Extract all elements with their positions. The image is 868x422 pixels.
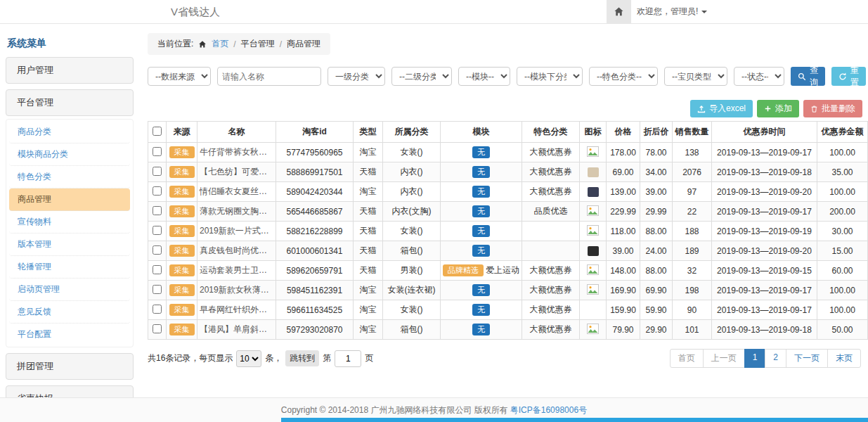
- pager-page-1[interactable]: 1: [744, 349, 766, 368]
- discount-price-cell: 88.00: [640, 222, 673, 241]
- price-cell: 118.00: [607, 222, 640, 241]
- breadcrumb-home-link[interactable]: 首页: [212, 38, 228, 50]
- product-name-cell: 牛仔背带裤女秋装减龄...: [197, 143, 276, 162]
- sidebar-item-feature-category[interactable]: 特色分类: [9, 166, 130, 188]
- action-toolbar: 导入excel添加批量删除: [148, 100, 862, 117]
- discount-price-cell: 88.00: [640, 261, 673, 281]
- import-excel-button-label: 导入excel: [709, 103, 746, 115]
- product-thumbnail: [588, 167, 599, 177]
- taoke-id-cell: 596611634525: [276, 300, 354, 320]
- row-checkbox[interactable]: [153, 305, 162, 314]
- row-checkbox[interactable]: [153, 226, 162, 235]
- add-button[interactable]: 添加: [757, 100, 799, 117]
- sidebar-item-goods-category[interactable]: 商品分类: [9, 121, 130, 143]
- category-cell: 箱包(): [383, 241, 441, 261]
- feature-category-cell: 大额优惠券: [522, 162, 580, 182]
- coupon-time-cell: 2019-09-13—2019-09-19: [712, 222, 817, 241]
- pager-first: 首页: [670, 349, 704, 368]
- sidebar-item-splash-management[interactable]: 启动页管理: [9, 279, 130, 301]
- category-cell: 男装(): [383, 261, 441, 281]
- taoke-id-cell: 601000601341: [276, 241, 354, 261]
- column-header-12: 优惠券时间: [712, 122, 817, 143]
- import-excel-button[interactable]: 导入excel: [690, 100, 753, 117]
- row-select-cell: [148, 162, 167, 182]
- sidebar-item-version-management[interactable]: 版本管理: [9, 234, 130, 256]
- module-cell: 品牌精选爱上运动: [441, 261, 522, 281]
- price-cell: 39.00: [607, 241, 640, 261]
- sidebar-item-platform-config[interactable]: 平台配置: [9, 324, 130, 345]
- user-menu[interactable]: 欢迎您，管理员!: [637, 0, 707, 23]
- icon-cell: [580, 300, 607, 320]
- sidebar-item-feedback[interactable]: 意见反馈: [9, 301, 130, 324]
- pager-next[interactable]: 下一页: [786, 349, 828, 368]
- price-cell: 159.90: [607, 300, 640, 320]
- column-header-11: 销售数量: [673, 122, 712, 143]
- sidebar-section-group-buy-management[interactable]: 拼团管理: [6, 353, 134, 380]
- module-select[interactable]: --模块--: [458, 67, 510, 86]
- icp-link[interactable]: 粤ICP备16098006号: [510, 404, 587, 416]
- row-checkbox[interactable]: [153, 147, 162, 156]
- row-checkbox[interactable]: [153, 324, 162, 333]
- discount-price-cell: 29.99: [640, 202, 673, 222]
- top-header-bar: V省钱达人 欢迎您，管理员!: [0, 0, 868, 24]
- jump-page-input[interactable]: [335, 350, 361, 367]
- module-none-badge: 无: [472, 205, 490, 217]
- module-sub-category-select[interactable]: --模块下分类--: [517, 67, 583, 86]
- sidebar-item-promo-material[interactable]: 宣传物料: [9, 211, 130, 234]
- sales-count-cell: 97: [673, 182, 712, 202]
- row-checkbox[interactable]: [153, 167, 162, 176]
- row-checkbox[interactable]: [153, 265, 162, 274]
- row-checkbox[interactable]: [153, 186, 162, 196]
- search-icon: [798, 72, 806, 81]
- price-cell: 178.00: [607, 143, 640, 162]
- feature-category-select[interactable]: --特色分类--: [589, 67, 658, 86]
- source-cell: 采集: [167, 222, 197, 241]
- sidebar-section-user-management[interactable]: 用户管理: [6, 57, 134, 84]
- column-header-3: 淘客id: [276, 122, 354, 143]
- source-badge: 采集: [169, 205, 195, 217]
- column-header-2: 名称: [197, 122, 276, 143]
- per-page-select[interactable]: 10: [236, 350, 261, 367]
- type-cell: 淘宝: [354, 143, 383, 162]
- search-button-label: 查询: [810, 65, 818, 89]
- price-cell: 148.00: [607, 261, 640, 281]
- sales-count-cell: 188: [673, 222, 712, 241]
- pager-last[interactable]: 末页: [827, 349, 861, 368]
- jump-button[interactable]: 跳转到: [285, 350, 319, 366]
- data-source-select[interactable]: --数据来源--: [148, 67, 211, 86]
- home-button[interactable]: [607, 0, 631, 23]
- status-select[interactable]: --状态--: [734, 67, 784, 86]
- coupon-amount-cell: 100.00: [817, 182, 868, 202]
- coupon-amount-cell: 100.00: [817, 143, 868, 162]
- row-checkbox[interactable]: [153, 245, 162, 255]
- icon-cell: [580, 162, 607, 182]
- row-checkbox[interactable]: [153, 206, 162, 215]
- breadcrumb-item: 平台管理: [241, 38, 275, 50]
- icon-cell: [580, 222, 607, 241]
- product-name-cell: 【七色纺】可爱纯棉家...: [197, 162, 276, 182]
- batch-delete-button[interactable]: 批量删除: [803, 100, 862, 117]
- source-badge: 采集: [169, 264, 195, 276]
- page-suffix-text: 页: [365, 352, 373, 364]
- column-header-1: 来源: [167, 122, 197, 143]
- name-input[interactable]: [217, 67, 321, 86]
- feature-category-cell: [522, 241, 580, 261]
- source-badge: 采集: [169, 304, 195, 316]
- search-button[interactable]: 查询: [791, 67, 825, 86]
- pager-page-2[interactable]: 2: [765, 349, 786, 368]
- item-type-select[interactable]: --宝贝类型--: [664, 67, 727, 86]
- module-none-badge: 无: [472, 225, 490, 237]
- feature-category-cell: 大额优惠券: [522, 182, 580, 202]
- sidebar-item-goods-management[interactable]: 商品管理: [9, 188, 130, 211]
- sidebar-section-platform-management[interactable]: 平台管理: [6, 89, 134, 116]
- row-select-cell: [148, 182, 167, 202]
- table-row: 采集情侣睡衣女夏丝绸男士...589042420344淘宝内衣()无大额优惠券1…: [148, 182, 868, 202]
- sidebar-item-carousel-management[interactable]: 轮播管理: [9, 256, 130, 279]
- level2-category-select[interactable]: --二级分类--: [391, 67, 452, 86]
- row-checkbox[interactable]: [153, 285, 162, 294]
- level1-category-select[interactable]: 一级分类: [328, 67, 385, 86]
- select-all-checkbox[interactable]: [153, 127, 162, 136]
- reset-button[interactable]: 重置: [831, 67, 866, 86]
- column-header-6: 模块: [441, 122, 522, 143]
- sidebar-item-module-goods-category[interactable]: 模块商品分类: [9, 143, 130, 166]
